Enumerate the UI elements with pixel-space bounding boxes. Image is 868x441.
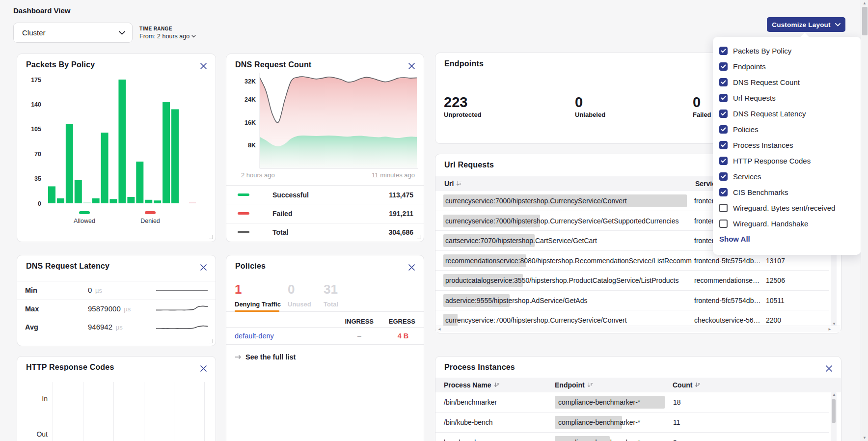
table-row[interactable]: adservice:9555/hipstershop.AdService/Get…: [435, 291, 829, 311]
count-column-header[interactable]: Count: [673, 381, 701, 389]
latency-rows: Min0 µsMax95879000 µsAvg946942 µs: [17, 281, 216, 336]
http-out-label: Out: [27, 430, 48, 438]
gridline: [53, 382, 53, 441]
table-row[interactable]: /bin/benchmarkercompliance-benchmarker-*…: [435, 392, 829, 413]
see-full-list-link[interactable]: See the full list: [235, 353, 296, 361]
close-icon[interactable]: [825, 365, 833, 372]
egress-column-header: EGRESS: [356, 318, 415, 325]
checkbox-checked-icon[interactable]: [719, 62, 728, 71]
latency-row: Avg946942 µs: [17, 318, 216, 336]
menu-item-label: Wireguard. Bytes sent/received: [733, 204, 835, 212]
policies-tab-total[interactable]: 31Total: [324, 282, 338, 308]
count-cell: 12506: [766, 271, 785, 290]
x-axis-left-label: 2 hours ago: [241, 171, 275, 179]
latency-sparkline: [156, 285, 208, 295]
stat-label: Unlabeled: [575, 111, 605, 118]
denied-swatch: [145, 211, 156, 214]
time-range-value[interactable]: From: 2 hours ago: [139, 33, 190, 40]
menu-item-packets-by-policy[interactable]: Packets By Policy: [713, 43, 861, 58]
gridline: [83, 382, 83, 441]
count-cell: 9: [673, 433, 677, 441]
checkbox-checked-icon[interactable]: [719, 125, 728, 134]
policies-tab-denying-traffic[interactable]: 1Denying Traffic: [235, 282, 281, 308]
svg-text:35: 35: [34, 175, 41, 182]
legend-swatch: [238, 231, 249, 233]
process-instances-card: Process Instances Process Name Endpoint …: [435, 356, 841, 441]
resize-handle[interactable]: [209, 235, 213, 239]
policy-ingress-value: –: [345, 332, 374, 340]
checkbox-checked-icon[interactable]: [719, 157, 728, 165]
menu-item-wireguard-handshake[interactable]: Wireguard. Handshake: [713, 216, 861, 231]
menu-item-policies[interactable]: Policies: [713, 121, 861, 137]
checkbox-checked-icon[interactable]: [719, 110, 728, 118]
menu-item-dns-request-latency[interactable]: DNS Request Latency: [713, 106, 861, 121]
latency-label: Avg: [25, 323, 38, 331]
tab-label: Unused: [288, 301, 311, 308]
chevron-down-icon: [835, 23, 841, 27]
menu-item-cis-benchmarks[interactable]: CIS Benchmarks: [713, 184, 861, 200]
menu-item-http-response-codes[interactable]: HTTP Response Codes: [713, 153, 861, 168]
policies-tab-unused[interactable]: 0Unused: [288, 282, 311, 308]
checkbox-checked-icon[interactable]: [719, 47, 728, 55]
resize-handle[interactable]: [417, 235, 421, 239]
checkbox-checked-icon[interactable]: [719, 188, 728, 196]
process-name-column-header[interactable]: Process Name: [444, 381, 500, 389]
endpoint-cell: compliance-benchmarker-*: [558, 433, 640, 441]
menu-item-label: Services: [733, 172, 761, 181]
table-row[interactable]: /bin/kube-benchcompliance-benchmarker-*1…: [435, 413, 829, 433]
gridline: [174, 382, 174, 441]
menu-item-label: DNS Request Latency: [733, 110, 806, 118]
gridline: [144, 382, 144, 441]
url-table-horizontal-scrollbar[interactable]: ◄►: [436, 326, 841, 332]
menu-item-services[interactable]: Services: [713, 168, 861, 184]
checkbox-checked-icon[interactable]: [719, 172, 728, 181]
menu-item-label: HTTP Response Codes: [733, 157, 811, 165]
endpoint-column-header[interactable]: Endpoint: [555, 381, 593, 389]
close-icon[interactable]: [200, 365, 207, 372]
checkbox-unchecked-icon[interactable]: [719, 204, 728, 212]
checkbox-checked-icon[interactable]: [719, 78, 728, 86]
allowed-label: Allowed: [67, 218, 102, 224]
legend-name: Failed: [272, 210, 292, 218]
customize-layout-button[interactable]: Customize Layout: [767, 17, 845, 32]
svg-text:8K: 8K: [248, 142, 256, 149]
resize-handle[interactable]: [209, 339, 213, 343]
policy-egress-value: 4 B: [388, 332, 418, 340]
checkbox-checked-icon[interactable]: [719, 141, 728, 149]
menu-item-url-requests[interactable]: Url Requests: [713, 90, 861, 106]
service-cell: recommendationse…: [694, 271, 760, 290]
page-scrollbar-thumb[interactable]: [862, 7, 868, 35]
policy-link[interactable]: default-deny: [235, 332, 274, 340]
table-row[interactable]: productcatalogservice:3550/hipstershop.P…: [435, 271, 829, 291]
checkbox-unchecked-icon[interactable]: [719, 220, 728, 228]
menu-item-process-instances[interactable]: Process Instances: [713, 137, 861, 153]
legend-swatch: [238, 193, 249, 196]
page-scrollbar[interactable]: ▲ ▼: [861, 0, 868, 441]
menu-item-label: Url Requests: [733, 94, 776, 102]
close-icon[interactable]: [408, 264, 415, 271]
menu-item-wireguard-bytes-sent-received[interactable]: Wireguard. Bytes sent/received: [713, 200, 861, 216]
process-name-cell: benchmarker: [444, 433, 484, 441]
latency-value: 946942 µs: [88, 323, 123, 331]
gridline: [113, 382, 114, 441]
latency-sparkline: [156, 322, 208, 332]
menu-item-dns-request-count[interactable]: DNS Request Count: [713, 74, 861, 90]
svg-text:0: 0: [38, 200, 41, 207]
endpoint-cell: compliance-benchmarker-*: [558, 392, 640, 412]
latency-row: Max95879000 µs: [17, 300, 216, 319]
tab-value: 31: [324, 282, 338, 297]
tab-label: Total: [324, 301, 338, 308]
close-icon[interactable]: [200, 264, 207, 271]
show-all-link[interactable]: Show All: [719, 235, 750, 243]
menu-item-label: Endpoints: [733, 62, 766, 71]
checkbox-checked-icon[interactable]: [719, 94, 728, 102]
table-row[interactable]: benchmarkercompliance-benchmarker-*9: [435, 433, 829, 441]
latency-sparkline: [156, 304, 208, 314]
time-range[interactable]: TIME RANGE From: 2 hours ago: [139, 26, 196, 40]
url-column-header[interactable]: Url: [444, 180, 462, 188]
process-table-vertical-scrollbar[interactable]: ▲: [831, 392, 837, 441]
card-title: Process Instances: [444, 363, 515, 372]
stat-value: 223: [444, 94, 482, 110]
view-selector[interactable]: Cluster: [13, 23, 133, 43]
menu-item-endpoints[interactable]: Endpoints: [713, 58, 861, 74]
